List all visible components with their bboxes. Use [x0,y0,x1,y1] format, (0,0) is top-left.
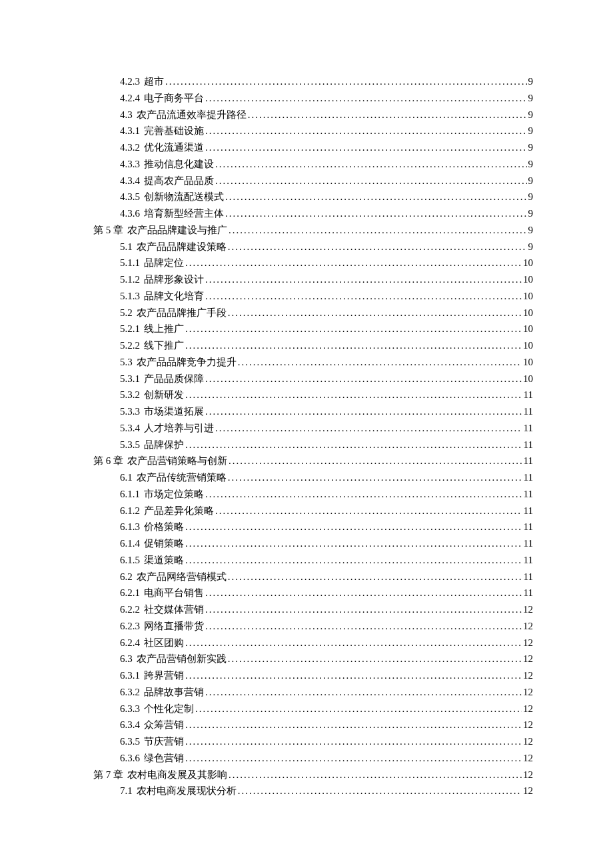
toc-entry: 6.2农产品网络营销模式11 [93,569,533,585]
toc-leader [185,750,522,767]
toc-title: 农产品营销创新实践 [137,653,227,664]
toc-entry: 6.2.1电商平台销售11 [93,585,533,601]
toc-page-number: 12 [523,651,533,667]
toc-number: 5.3.1 [120,373,140,384]
toc-leader [205,618,522,635]
toc-page-number: 12 [523,618,533,635]
toc-leader [185,535,522,552]
toc-page-number: 11 [524,437,533,453]
toc-entry: 6.3.2品牌故事营销12 [93,684,533,701]
toc-label: 6.2农产品网络营销模式 [120,569,227,585]
toc-title: 个性化定制 [144,703,194,714]
toc-leader [185,667,522,684]
toc-leader [228,569,522,585]
toc-entry: 6.1.2产品差异化策略11 [93,503,533,519]
toc-page-number: 10 [523,337,533,354]
toc-label: 4.3.4提高农产品品质 [120,173,214,189]
toc-title: 农产品品牌推广手段 [137,307,227,318]
toc-page-number: 9 [528,107,534,123]
toc-entry: 5.2农产品品牌推广手段10 [93,305,533,321]
toc-leader [228,239,527,255]
toc-label: 5.3.2创新研发 [120,387,184,403]
toc-page-number: 12 [523,684,533,701]
toc-label: 6.2.2社交媒体营销 [120,601,204,618]
toc-number: 5.2 [120,307,133,318]
toc-entry: 6.3.1跨界营销12 [93,667,533,684]
toc-page-number: 12 [523,667,533,684]
toc-page-number: 12 [523,767,533,783]
toc-leader [185,387,522,403]
toc-leader [238,783,522,799]
toc-entry: 4.3.6培育新型经营主体9 [93,205,533,222]
toc-title: 品牌定位 [144,257,184,268]
toc-leader [185,437,522,453]
toc-entry: 6.1.5渠道策略11 [93,552,533,569]
toc-number: 4.3.2 [120,142,140,153]
toc-label: 5.1农产品品牌建设策略 [120,239,227,255]
toc-title: 提高农产品品质 [144,175,214,186]
toc-title: 产品差异化策略 [144,505,214,516]
toc-leader [229,767,522,783]
toc-leader [215,156,527,173]
toc-leader [185,733,522,750]
toc-title: 市场定位策略 [144,489,204,499]
toc-title: 超市 [144,76,164,87]
toc-label: 4.2.4电子商务平台 [120,90,204,107]
toc-label: 4.3.5创新物流配送模式 [120,189,224,205]
toc-page-number: 10 [523,321,533,337]
toc-page-number: 10 [523,305,533,321]
toc-page-number: 12 [523,635,533,651]
toc-label: 5.1.2品牌形象设计 [120,271,204,288]
toc-title: 渠道策略 [144,555,184,565]
toc-label: 5.2.2线下推广 [120,337,184,354]
toc-page-number: 9 [528,123,534,139]
toc-entry: 4.3农产品流通效率提升路径9 [93,107,533,123]
toc-leader [185,635,522,651]
toc-title: 人才培养与引进 [144,423,214,433]
toc-number: 5.1.3 [120,291,140,301]
toc-entry: 5.3.1产品品质保障10 [93,371,533,387]
toc-leader [225,205,527,222]
toc-label: 5.1.1品牌定位 [120,255,184,271]
toc-page-number: 12 [523,601,533,618]
toc-page-number: 11 [524,486,533,503]
toc-label: 5.3农产品品牌竞争力提升 [120,354,237,371]
toc-number: 4.3.4 [120,175,140,186]
toc-leader [215,173,527,189]
toc-entry: 4.2.3超市9 [93,73,533,90]
toc-label: 6.3.4众筹营销 [120,717,184,733]
toc-title: 线上推广 [144,323,184,334]
toc-title: 产品品质保障 [144,373,204,384]
toc-entry: 6.3.5节庆营销12 [93,733,533,750]
toc-entry: 4.3.1完善基础设施9 [93,123,533,139]
toc-number: 4.3.6 [120,208,140,219]
toc-label: 6.3.1跨界营销 [120,667,184,684]
toc-label: 5.3.3市场渠道拓展 [120,403,204,420]
toc-number: 5.1 [120,241,133,252]
toc-page-number: 10 [523,288,533,305]
toc-entry: 5.1.3品牌文化培育10 [93,288,533,305]
toc-page-number: 9 [528,90,534,107]
toc-label: 6.2.4社区团购 [120,635,184,651]
toc-entry: 5.2.2线下推广10 [93,337,533,354]
toc-number: 6.1 [120,472,133,483]
toc-leader [225,189,527,205]
toc-page-number: 11 [524,387,533,403]
toc-label: 6.1农产品传统营销策略 [120,469,227,486]
toc-entry: 6.3.4众筹营销12 [93,717,533,733]
toc-leader [205,288,522,305]
toc-entry: 第 6 章农产品营销策略与创新11 [93,453,533,469]
toc-entry: 5.1.2品牌形象设计10 [93,271,533,288]
toc-number: 第 6 章 [93,455,123,466]
toc-label: 5.1.3品牌文化培育 [120,288,204,305]
toc-leader [229,222,527,239]
toc-number: 6.3.4 [120,719,140,730]
toc-page-number: 11 [524,519,533,535]
toc-number: 5.2.1 [120,323,140,334]
table-of-contents: 4.2.3超市94.2.4电子商务平台94.3农产品流通效率提升路径94.3.1… [93,73,533,799]
toc-leader [185,717,522,733]
toc-number: 5.1.2 [120,274,140,285]
toc-title: 线下推广 [144,340,184,351]
toc-number: 7.1 [120,785,133,796]
toc-entry: 5.3农产品品牌竞争力提升10 [93,354,533,371]
